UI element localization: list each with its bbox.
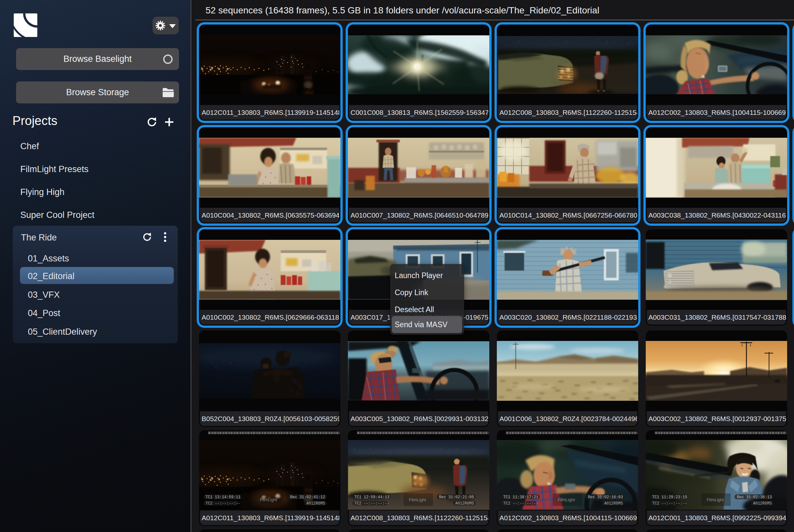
svg-text:TC1 12:59:44:13: TC1 12:59:44:13 xyxy=(355,495,390,500)
svg-text:A012R6MS: A012R6MS xyxy=(604,501,623,506)
svg-text:Rec 31:02:16:03: Rec 31:02:16:03 xyxy=(588,495,623,500)
svg-text:Rec 31:02:41:12: Rec 31:02:41:12 xyxy=(290,495,325,500)
svg-text:Rec 31:02:36:13: Rec 31:02:36:13 xyxy=(737,495,772,500)
svg-text:TC1 13:14:59:11: TC1 13:14:59:11 xyxy=(206,495,241,500)
svg-text:A012R6MS: A012R6MS xyxy=(306,501,325,506)
svg-text:FilmLight: FilmLight xyxy=(706,497,724,502)
svg-text:TC1 11:29:23:15: TC1 11:29:23:15 xyxy=(652,495,687,500)
svg-text:TC1 11:38:17:21: TC1 11:38:17:21 xyxy=(503,495,538,500)
svg-text:Rec 31:02:21:05: Rec 31:02:21:05 xyxy=(439,495,474,500)
svg-text:A012R6MS: A012R6MS xyxy=(455,501,474,506)
svg-text:TC2 --:--:--:--: TC2 --:--:--:-- xyxy=(503,501,538,506)
svg-text:TC2 --:--:--:--: TC2 --:--:--:-- xyxy=(206,501,241,506)
svg-text:A012R6MS: A012R6MS xyxy=(753,501,772,506)
svg-text:TC2 --:--:--:--: TC2 --:--:--:-- xyxy=(652,501,687,506)
svg-text:FilmLight: FilmLight xyxy=(260,497,277,502)
svg-text:FilmLight: FilmLight xyxy=(558,497,575,502)
svg-text:TC2 --:--:--:--: TC2 --:--:--:-- xyxy=(355,501,390,506)
svg-text:FilmLight: FilmLight xyxy=(409,497,426,502)
